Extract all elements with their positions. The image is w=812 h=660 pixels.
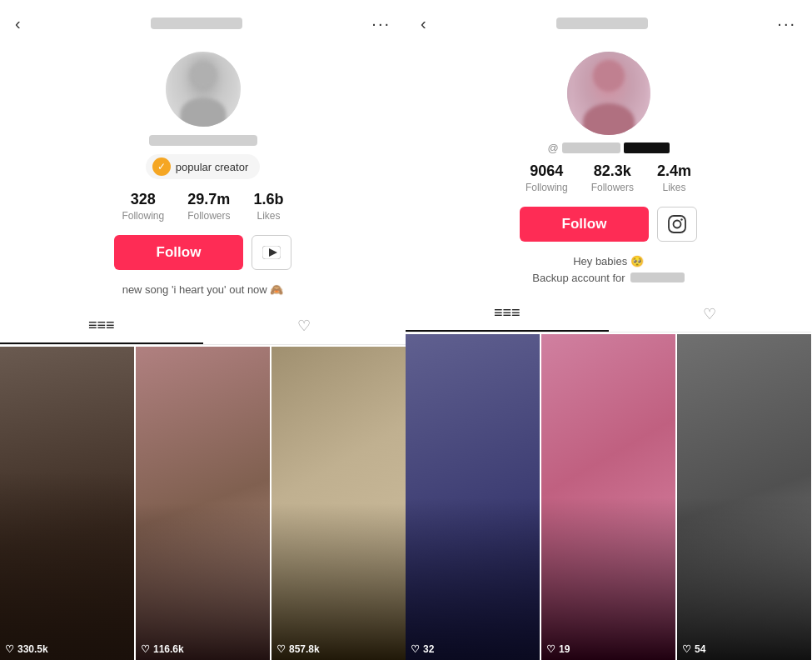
likes-label-1: Likes bbox=[257, 210, 281, 222]
video-grid-2: ♡ 32 ♡ 19 ♡ 54 bbox=[406, 334, 811, 660]
followers-label-2: Followers bbox=[591, 182, 634, 193]
badge-check-icon: ✓ bbox=[152, 158, 171, 176]
more-button-2[interactable]: ··· bbox=[777, 14, 796, 33]
avatar-1 bbox=[166, 52, 241, 127]
header-1: ‹ ··· bbox=[0, 0, 406, 43]
stat-following-1: 328 Following bbox=[122, 191, 164, 222]
video-thumb-2-1[interactable]: ♡ 32 bbox=[406, 334, 540, 660]
following-value-1: 328 bbox=[131, 191, 156, 208]
profile-section-1: ✓ popular creator 328 Following 29.7m Fo… bbox=[0, 43, 406, 308]
header-username-2 bbox=[556, 18, 648, 29]
heart-icon-vid-1-3: ♡ bbox=[276, 643, 286, 655]
stat-likes-2: 2.4m Likes bbox=[657, 162, 691, 193]
header-2: ‹ ··· bbox=[406, 0, 811, 43]
heart-icon-vid-1-2: ♡ bbox=[141, 643, 150, 655]
stat-followers-1: 29.7m Followers bbox=[187, 191, 230, 222]
following-value-2: 9064 bbox=[530, 162, 563, 180]
video-count-1-3: ♡ 857.8k bbox=[276, 643, 320, 655]
video-count-2-2: ♡ 19 bbox=[546, 643, 570, 655]
action-row-2: Follow bbox=[520, 207, 697, 242]
stat-following-2: 9064 Following bbox=[526, 162, 568, 193]
tab-liked-2[interactable]: ♡ bbox=[609, 296, 812, 332]
followers-value-1: 29.7m bbox=[187, 191, 230, 208]
heart-icon-2: ♡ bbox=[703, 305, 716, 323]
video-count-2-1: ♡ 32 bbox=[411, 643, 434, 655]
bio-1: new song 'i heart you' out now 🙈 bbox=[97, 282, 309, 298]
display-name-1 bbox=[149, 135, 257, 146]
back-button-2[interactable]: ‹ bbox=[421, 14, 426, 33]
follow-button-1[interactable]: Follow bbox=[114, 235, 243, 270]
following-label-1: Following bbox=[122, 210, 164, 222]
youtube-button-1[interactable] bbox=[252, 235, 291, 270]
video-count-1-2: ♡ 116.6k bbox=[141, 643, 184, 655]
video-thumb-2-2[interactable]: ♡ 19 bbox=[541, 334, 675, 660]
bio-line1-2: Hey babies 🥺 bbox=[532, 253, 684, 270]
back-button-1[interactable]: ‹ bbox=[15, 14, 21, 33]
bio-2: Hey babies 🥺 Backup account for bbox=[507, 253, 709, 286]
grid-icon-2: ≡≡≡ bbox=[494, 304, 521, 322]
svg-point-3 bbox=[674, 221, 681, 228]
followers-label-1: Followers bbox=[187, 210, 230, 222]
tabs-row-1: ≡≡≡ ♡ bbox=[0, 308, 406, 345]
svg-rect-2 bbox=[669, 216, 685, 232]
badge-text: popular creator bbox=[176, 161, 248, 173]
bio-line2-2: Backup account for bbox=[532, 270, 684, 287]
heart-icon-vid-2-1: ♡ bbox=[411, 643, 420, 655]
following-label-2: Following bbox=[526, 182, 568, 193]
header-title-1 bbox=[151, 18, 242, 29]
video-thumb-1-1[interactable]: ♡ 330.5k bbox=[0, 347, 134, 661]
likes-value-2: 2.4m bbox=[657, 162, 691, 180]
panel-1: ‹ ··· ✓ popular creator 328 Following bbox=[0, 0, 406, 660]
profile-section-2: @ 9064 Following 82.3k Followers 2.4m Li… bbox=[406, 43, 811, 296]
followers-value-2: 82.3k bbox=[594, 162, 631, 180]
at-username-2: @ bbox=[547, 142, 669, 154]
video-grid-1: ♡ 330.5k ♡ 116.6k ♡ 857.8k bbox=[0, 347, 406, 661]
stats-row-2: 9064 Following 82.3k Followers 2.4m Like… bbox=[526, 162, 691, 193]
panel-2: ‹ ··· @ 9064 Following 82.3k Follower bbox=[406, 0, 811, 660]
header-title-2 bbox=[556, 18, 648, 29]
grid-icon-1: ≡≡≡ bbox=[88, 317, 115, 334]
heart-icon-vid-1-1: ♡ bbox=[5, 643, 14, 655]
video-thumb-2-3[interactable]: ♡ 54 bbox=[677, 334, 811, 660]
svg-point-4 bbox=[680, 218, 682, 220]
video-thumb-1-3[interactable]: ♡ 857.8k bbox=[271, 347, 406, 661]
header-username-1 bbox=[151, 18, 242, 29]
likes-label-2: Likes bbox=[663, 182, 686, 193]
video-count-2-3: ♡ 54 bbox=[682, 643, 705, 655]
popular-creator-badge: ✓ popular creator bbox=[146, 154, 260, 179]
stat-followers-2: 82.3k Followers bbox=[591, 162, 634, 193]
action-row-1: Follow bbox=[114, 235, 291, 270]
video-count-1-1: ♡ 330.5k bbox=[5, 643, 48, 655]
instagram-button-2[interactable] bbox=[657, 207, 697, 242]
avatar-2 bbox=[567, 52, 650, 135]
tab-liked-1[interactable]: ♡ bbox=[203, 308, 406, 344]
stats-row-1: 328 Following 29.7m Followers 1.6b Likes bbox=[122, 191, 283, 222]
heart-icon-vid-2-3: ♡ bbox=[682, 643, 691, 655]
tab-videos-1[interactable]: ≡≡≡ bbox=[0, 308, 203, 344]
more-button-1[interactable]: ··· bbox=[371, 14, 391, 33]
heart-icon-vid-2-2: ♡ bbox=[546, 643, 555, 655]
tabs-row-2: ≡≡≡ ♡ bbox=[406, 296, 811, 332]
tab-videos-2[interactable]: ≡≡≡ bbox=[406, 296, 609, 332]
likes-value-1: 1.6b bbox=[254, 191, 284, 208]
stat-likes-1: 1.6b Likes bbox=[254, 191, 284, 222]
heart-icon-1: ♡ bbox=[297, 317, 311, 335]
video-thumb-1-2[interactable]: ♡ 116.6k bbox=[136, 347, 270, 661]
follow-button-2[interactable]: Follow bbox=[520, 207, 649, 242]
